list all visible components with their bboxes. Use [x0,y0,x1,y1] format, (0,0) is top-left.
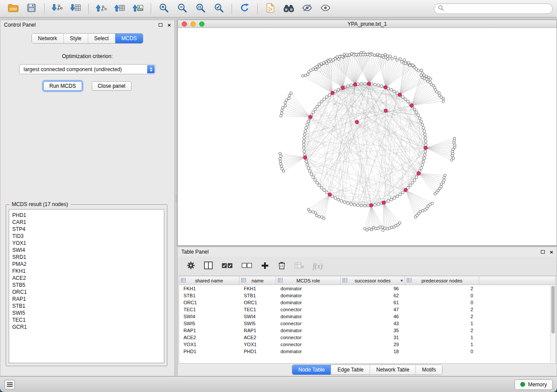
tab-network[interactable]: Network [32,34,63,43]
share-document-button[interactable] [262,2,279,16]
zoom-fit-button[interactable] [192,2,209,16]
export-network-button[interactable] [93,2,110,16]
result-node[interactable]: CAR1 [12,219,161,226]
table-cell: connector [276,307,341,312]
add-column-button[interactable] [261,261,269,271]
share-document-icon [266,3,275,14]
result-node[interactable]: SRD1 [12,254,161,261]
delete-table-icon [294,262,304,270]
result-node[interactable]: STB1 [12,303,161,309]
result-node[interactable]: STP4 [12,226,161,233]
table-cell: STB1 [179,293,239,298]
export-image-button[interactable] [129,2,147,16]
table-cell: connector [276,342,341,347]
tab-mcds[interactable]: MCDS [115,34,143,43]
table-row[interactable]: SWI4SWI4dominator462 [179,313,550,320]
search-box[interactable] [434,3,553,14]
zoom-out-button[interactable] [173,2,191,16]
result-node[interactable]: ACE2 [12,275,161,282]
table-toolbar: f(x) [178,257,557,276]
export-table-button[interactable] [111,2,128,16]
result-node[interactable]: GCR1 [12,323,161,330]
column-header-predecessor-nodes[interactable]: predecessor nodes [405,276,479,285]
result-node[interactable]: FKH1 [12,268,161,275]
window-zoom-button[interactable] [199,21,204,27]
result-node[interactable]: PMA2 [12,261,161,268]
result-node[interactable]: YOX1 [12,240,161,247]
table-cell: RAP1 [179,328,239,333]
result-node[interactable]: PHD1 [12,212,161,219]
result-node[interactable]: STB5 [12,282,161,289]
save-button[interactable] [23,2,40,16]
close-panel-button2[interactable]: Close panel [92,81,131,91]
column-header-successor-nodes[interactable]: successor nodes▾ [341,276,405,285]
column-header-name[interactable]: name [239,276,276,285]
delete-column-button[interactable] [278,261,286,271]
table-scrollbar[interactable] [550,285,555,362]
scrollbar-thumb[interactable] [551,286,555,334]
zoom-selected-button[interactable] [210,2,228,16]
result-node[interactable]: RAP1 [12,296,161,303]
table-row[interactable]: STB1STB1dominator620 [179,292,550,299]
table-row[interactable]: SWI5SWI5connector431 [179,320,550,327]
run-mcds-button[interactable]: Run MCDS [43,81,82,91]
table-header-row: shared name name MCDS role successor nod… [179,276,555,285]
import-table-button[interactable] [67,2,84,16]
select-all-button[interactable] [221,262,233,270]
column-type-icon [407,278,412,282]
panel-menu-button[interactable] [4,380,15,389]
zoom-selected-icon [214,3,224,14]
table-panel: Table Panel × f(x) shared name name MCDS… [177,247,557,376]
mcds-result-list[interactable]: PHD1CAR1STP4TID3YOX1SWI4SRD1PMA2FKH1ACE2… [9,209,164,363]
table-row[interactable]: YOX1YOX1connector291 [179,341,550,348]
open-button[interactable] [4,2,22,16]
tab-network-table[interactable]: Network Table [370,365,415,375]
refresh-button[interactable] [236,2,253,16]
deselect-all-button[interactable] [242,262,252,270]
result-node[interactable]: TEC1 [12,316,161,323]
float-table-panel-button[interactable] [541,250,545,254]
tab-node-table[interactable]: Node Table [292,365,331,375]
table-cell: ACE2 [239,335,276,340]
plus-icon [261,261,269,271]
table-row[interactable]: TEC1TEC1connector472 [179,306,550,313]
table-cell: SWI4 [179,314,239,319]
table-settings-button[interactable] [187,261,195,271]
result-node[interactable]: ORC1 [12,289,161,296]
window-close-button[interactable] [182,21,187,27]
hamburger-icon [7,382,13,383]
import-network-button[interactable] [48,2,66,16]
criterion-select[interactable]: largest connected component (undirected) [19,64,156,74]
column-header-mcds-role[interactable]: MCDS role [276,276,341,285]
show-columns-button[interactable] [204,261,213,271]
result-node[interactable]: SWI4 [12,247,161,254]
binoculars-button[interactable] [280,2,298,16]
tab-select[interactable]: Select [88,34,115,43]
search-input[interactable] [446,5,549,12]
sort-desc-icon: ▾ [401,278,403,283]
table-row[interactable]: PHD1PHD1dominator180 [179,348,550,355]
show-button[interactable] [317,2,334,16]
save-icon [27,3,36,14]
result-node[interactable]: TID3 [12,233,161,240]
zoom-in-button[interactable] [155,2,173,16]
result-node[interactable]: SWI5 [12,309,161,316]
tab-edge-table[interactable]: Edge Table [331,365,370,375]
column-header-shared-name[interactable]: shared name [179,276,239,285]
table-row[interactable]: RAP1RAP1dominator352 [179,327,550,334]
table-row[interactable]: FKH1FKH1dominator962 [179,285,550,292]
network-canvas[interactable] [178,28,557,246]
window-minimize-button[interactable] [190,21,196,27]
float-panel-button[interactable] [159,23,163,27]
table-row[interactable]: ORC1ORC1dominator610 [179,299,550,306]
tab-motifs[interactable]: Motifs [415,365,442,375]
hide-button[interactable] [298,2,316,16]
table-body: FKH1FKH1dominator962STB1STB1dominator620… [179,285,550,363]
close-table-panel-button[interactable]: × [550,249,553,255]
network-window: YPA_prune.txt_1 [177,20,557,246]
memory-button[interactable]: Memory [515,379,553,390]
close-panel-button[interactable]: × [167,22,171,28]
table-row[interactable]: ACE2ACE2connector311 [179,334,550,341]
tab-style[interactable]: Style [63,34,88,43]
select-stepper-icon [147,65,155,73]
